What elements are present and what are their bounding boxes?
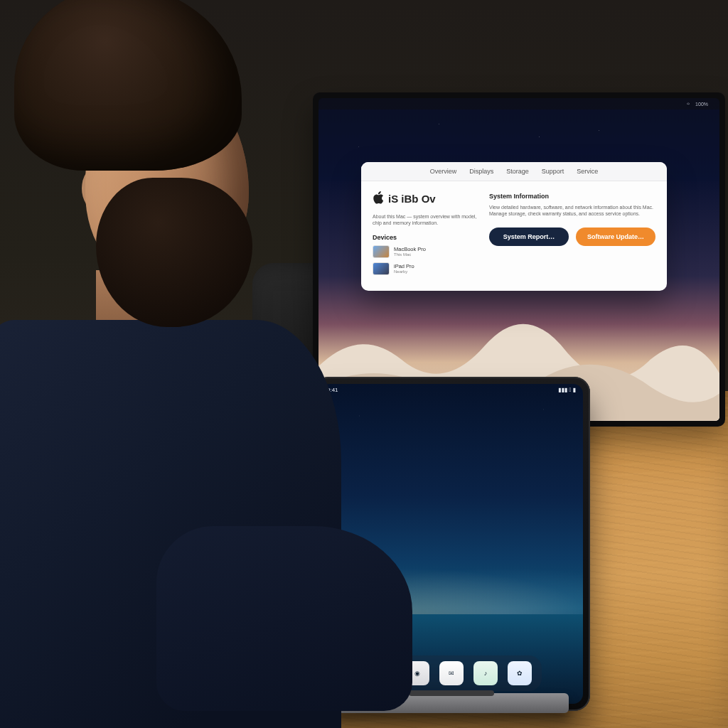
person-hair <box>14 0 242 171</box>
tab-overview[interactable]: Overview <box>430 168 457 175</box>
device-thumb-icon <box>373 245 390 258</box>
right-blurb: View detailed hardware, software, and ne… <box>489 204 655 218</box>
dialog-left-column: iS iBb Ov About this Mac — system overvi… <box>373 191 479 279</box>
photo-scene: ⌔ 100% Overview Displays Storage Support… <box>0 0 728 728</box>
product-title: iS iBb Ov <box>373 191 479 206</box>
dialog-right-column: System Information View detailed hardwar… <box>489 191 655 279</box>
wifi-icon[interactable]: ⌔ <box>687 102 690 107</box>
devices-heading: Devices <box>373 234 479 241</box>
person <box>0 0 341 728</box>
device-name: MacBook Pro <box>394 246 426 252</box>
device-row-1[interactable]: MacBook Pro This Mac <box>373 245 479 258</box>
system-report-button[interactable]: System Report… <box>489 228 569 246</box>
dialog-body: iS iBb Ov About this Mac — system overvi… <box>361 181 667 291</box>
monitor-screen: ⌔ 100% Overview Displays Storage Support… <box>318 98 719 421</box>
tab-service[interactable]: Service <box>577 168 598 175</box>
dialog-tabs[interactable]: Overview Displays Storage Support Servic… <box>361 162 667 181</box>
dock-app-5[interactable]: ✿ <box>508 661 532 685</box>
about-this-mac-window[interactable]: Overview Displays Storage Support Servic… <box>361 162 667 291</box>
software-update-button[interactable]: Software Update… <box>576 228 655 246</box>
macos-menubar[interactable]: ⌔ 100% <box>318 98 719 109</box>
device-row-2[interactable]: iPad Pro Nearby <box>373 262 479 275</box>
dock-app-3[interactable]: ✉ <box>439 661 464 685</box>
ipad-status-bar: 9:41 ▮▮▮ 􀙇 ▮ <box>320 384 583 395</box>
right-heading: System Information <box>489 193 655 200</box>
ipad-status-icons: ▮▮▮ 􀙇 ▮ <box>558 387 576 393</box>
battery-status[interactable]: 100% <box>695 102 708 107</box>
product-name: iS iBb Ov <box>388 193 436 205</box>
device-name: iPad Pro <box>394 263 414 269</box>
tab-displays[interactable]: Displays <box>469 168 493 175</box>
device-sub: This Mac <box>394 252 426 257</box>
tab-support[interactable]: Support <box>542 168 564 175</box>
person-beard <box>96 178 252 327</box>
product-blurb: About this Mac — system overview with mo… <box>373 213 479 227</box>
device-thumb-icon <box>373 262 390 275</box>
apple-logo-icon <box>373 191 384 206</box>
tab-storage[interactable]: Storage <box>506 168 529 175</box>
dialog-buttons: System Report… Software Update… <box>489 228 655 246</box>
dock-app-4[interactable]: ♪ <box>473 661 498 685</box>
device-sub: Nearby <box>394 269 414 274</box>
person-arm <box>156 526 412 711</box>
